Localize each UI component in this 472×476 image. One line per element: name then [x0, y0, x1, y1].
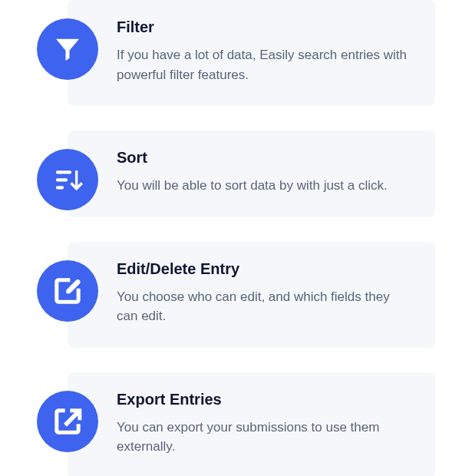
edit-icon: [37, 260, 98, 322]
svg-rect-1: [56, 178, 68, 181]
feature-desc: You can export your submissions to use t…: [117, 418, 411, 457]
svg-rect-2: [56, 186, 64, 189]
feature-title: Export Entries: [117, 391, 411, 408]
feature-desc: If you have a lot of data, Easily search…: [117, 45, 411, 84]
feature-card-export: Export Entries You can export your submi…: [68, 372, 435, 477]
feature-title: Edit/Delete Entry: [117, 260, 411, 278]
feature-card-edit: Edit/Delete Entry You choose who can edi…: [68, 242, 435, 348]
feature-title: Sort: [117, 149, 411, 167]
svg-rect-0: [56, 170, 71, 174]
export-icon: [37, 391, 98, 452]
feature-card-filter: Filter If you have a lot of data, Easily…: [68, 0, 435, 106]
feature-desc: You choose who can edit, and which field…: [117, 287, 411, 326]
feature-card-sort: Sort You will be able to sort data by wi…: [68, 131, 435, 217]
feature-title: Filter: [117, 18, 411, 36]
sort-icon: [37, 149, 98, 210]
feature-list: Filter If you have a lot of data, Easily…: [0, 0, 472, 476]
feature-desc: You will be able to sort data by with ju…: [117, 176, 411, 196]
filter-icon: [37, 18, 98, 80]
